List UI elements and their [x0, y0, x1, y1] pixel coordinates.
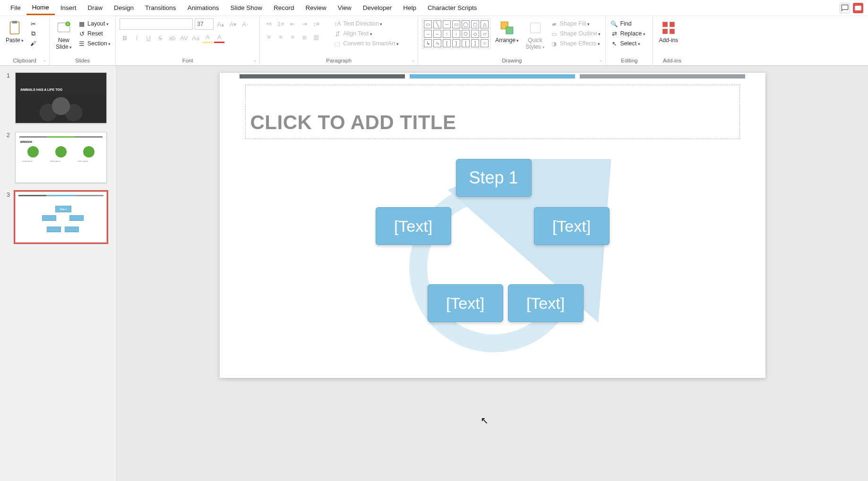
shape-effects-button[interactable]: ◑Shape Effects: [550, 39, 602, 48]
shape-hex-icon[interactable]: ⬡: [462, 30, 470, 38]
reset-button[interactable]: ↺Reset: [77, 29, 112, 38]
shape-conn-icon[interactable]: ↳: [424, 39, 432, 47]
shape-curve-icon[interactable]: ∿: [433, 39, 441, 47]
select-button[interactable]: ↖Select: [610, 39, 646, 48]
shape-lbr-icon[interactable]: [: [462, 39, 470, 47]
font-size-input[interactable]: [195, 18, 214, 30]
shrink-font-button[interactable]: A▾: [228, 19, 238, 29]
shape-dia-icon[interactable]: ◇: [471, 30, 479, 38]
shape-roundrect-icon[interactable]: ▢: [471, 20, 479, 28]
underline-button[interactable]: U: [143, 33, 154, 43]
shape-arrowd-icon[interactable]: ↓: [452, 30, 460, 38]
tab-file[interactable]: File: [5, 1, 26, 14]
section-button[interactable]: ☰Section: [77, 39, 112, 48]
italic-button[interactable]: I: [131, 33, 142, 43]
clear-format-button[interactable]: A◦: [240, 19, 250, 29]
bold-button[interactable]: B: [120, 33, 130, 43]
grow-font-button[interactable]: A▴: [215, 19, 226, 29]
tab-record[interactable]: Record: [268, 1, 300, 14]
tab-transitions[interactable]: Transitions: [139, 1, 182, 14]
comments-button[interactable]: [840, 3, 850, 13]
bullets-button[interactable]: •≡: [264, 18, 274, 29]
shape-line2-icon[interactable]: ─: [443, 20, 451, 28]
smartart-node-2[interactable]: [Text]: [534, 207, 610, 245]
quick-styles-button[interactable]: Quick Styles: [524, 18, 546, 52]
tab-view[interactable]: View: [332, 1, 357, 14]
smartart-node-1[interactable]: Step 1: [456, 159, 532, 197]
slide[interactable]: CLICK TO ADD TITLE Step 1 [Text] [Text] …: [220, 73, 765, 378]
shape-para-icon[interactable]: ▱: [481, 30, 489, 38]
tab-help[interactable]: Help: [397, 1, 422, 14]
shape-rbr-icon[interactable]: ]: [471, 39, 479, 47]
shape-fill-button[interactable]: ▰Shape Fill: [550, 19, 602, 28]
clipboard-launcher[interactable]: ▫: [43, 58, 45, 63]
thumbnail-slide-1[interactable]: ANIMALS HAS A LIFE TOO: [15, 72, 107, 123]
align-text-button[interactable]: ⇵Align Text: [333, 29, 400, 38]
tab-charscripts[interactable]: Character Scripts: [422, 1, 482, 14]
smartart-node-3[interactable]: [Text]: [508, 284, 584, 322]
shape-arrowu-icon[interactable]: ↑: [443, 30, 451, 38]
find-button[interactable]: 🔍Find: [610, 19, 646, 28]
replace-button[interactable]: ⇄Replace: [610, 29, 646, 38]
thumbnail-slide-2[interactable]: BREEDS lorem ipsumlorem ipsumlorem ipsum: [15, 132, 107, 183]
layout-button[interactable]: ▦Layout: [77, 19, 112, 28]
font-name-input[interactable]: [120, 18, 193, 30]
share-button[interactable]: [853, 3, 863, 13]
shape-star-icon[interactable]: ☆: [481, 39, 489, 47]
tab-review[interactable]: Review: [300, 1, 332, 14]
drawing-launcher[interactable]: ▫: [600, 58, 602, 63]
numbering-button[interactable]: 1≡: [275, 18, 286, 29]
shadow-button[interactable]: ab: [167, 33, 177, 43]
smartart-node-5[interactable]: [Text]: [376, 207, 451, 245]
shape-rb-icon[interactable]: }: [452, 39, 460, 47]
shape-lb-icon[interactable]: {: [443, 39, 451, 47]
slide-canvas-area[interactable]: CLICK TO ADD TITLE Step 1 [Text] [Text] …: [117, 66, 868, 481]
shape-tri-icon[interactable]: △: [481, 20, 489, 28]
shape-oval-icon[interactable]: ◯: [462, 20, 470, 28]
tab-home[interactable]: Home: [26, 1, 55, 15]
smartart-node-4[interactable]: [Text]: [428, 284, 503, 322]
cut-button[interactable]: ✂: [28, 19, 38, 28]
justify-button[interactable]: ≣: [299, 32, 309, 42]
shape-rect-icon[interactable]: ▭: [452, 20, 460, 28]
tab-developer[interactable]: Developer: [357, 1, 398, 14]
addins-button[interactable]: Add-ins: [657, 18, 680, 45]
paragraph-launcher[interactable]: ▫: [413, 58, 414, 63]
tab-design[interactable]: Design: [108, 1, 139, 14]
shape-arrowl-icon[interactable]: ←: [433, 30, 441, 38]
paste-button[interactable]: Paste: [4, 18, 26, 45]
smartart-cycle[interactable]: Step 1 [Text] [Text] [Text] [Text]: [347, 159, 640, 362]
strike-button[interactable]: S̶: [155, 33, 165, 43]
shape-line-icon[interactable]: ╲: [433, 20, 441, 28]
tab-slideshow[interactable]: Slide Show: [224, 1, 268, 14]
highlight-button[interactable]: A: [202, 33, 213, 43]
title-placeholder[interactable]: CLICK TO ADD TITLE: [245, 85, 740, 139]
spacing-button[interactable]: AV: [179, 33, 189, 43]
tab-draw[interactable]: Draw: [82, 1, 109, 14]
columns-button[interactable]: ▥: [311, 32, 321, 42]
font-launcher[interactable]: ▫: [254, 58, 256, 63]
thumbnail-slide-3[interactable]: Step 1: [15, 192, 107, 243]
shape-textbox-icon[interactable]: ▭: [424, 20, 432, 28]
line-spacing-button[interactable]: ↕≡: [311, 18, 321, 29]
align-left-button[interactable]: ≡: [264, 32, 274, 42]
new-slide-button[interactable]: + New Slide: [53, 18, 74, 52]
format-painter-button[interactable]: 🖌: [28, 39, 38, 48]
font-color-button[interactable]: A: [214, 33, 224, 43]
tab-animations[interactable]: Animations: [182, 1, 225, 14]
case-button[interactable]: Aa: [190, 33, 201, 43]
arrange-button[interactable]: Arrange: [493, 18, 521, 45]
convert-smartart-button[interactable]: ⬚Convert to SmartArt: [333, 39, 400, 48]
indent-inc-button[interactable]: ⇥: [299, 18, 309, 29]
copy-button[interactable]: ⧉: [28, 29, 38, 38]
align-center-button[interactable]: ≡: [275, 32, 286, 42]
group-font: A▴ A▾ A◦ B I U S̶ ab AV Aa A A Font▫: [116, 16, 260, 65]
shape-arrowr-icon[interactable]: →: [424, 30, 432, 38]
indent-dec-button[interactable]: ⇤: [287, 18, 298, 29]
tab-insert[interactable]: Insert: [55, 1, 82, 14]
thumbnail-panel[interactable]: 1 ANIMALS HAS A LIFE TOO 2 BREEDS lorem …: [0, 66, 117, 481]
shape-gallery[interactable]: ▭╲─▭◯▢△ →←↑↓⬡◇▱ ↳∿{}[]☆: [424, 20, 489, 47]
align-right-button[interactable]: ≡: [287, 32, 298, 42]
shape-outline-button[interactable]: ▭Shape Outline: [550, 29, 602, 38]
text-direction-button[interactable]: ↕AText Direction: [333, 19, 400, 28]
